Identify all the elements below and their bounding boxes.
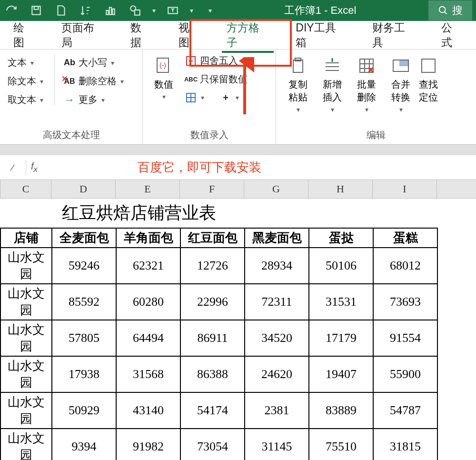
merge-convert-button[interactable]: 合并转换▾ (385, 52, 417, 116)
cell[interactable]: 24620 (245, 356, 309, 392)
tab-finance[interactable]: 财务工具 (359, 15, 428, 56)
cell[interactable]: 73693 (373, 284, 437, 320)
cell[interactable]: 62321 (116, 248, 180, 284)
cell[interactable]: 山水文园 (0, 392, 52, 429)
ribbon-group-numeric: (-) 数值 ▾ 四舍五入 ABC 只保留数值 ▾ + (143, 50, 276, 144)
col-header[interactable]: C (0, 180, 51, 198)
keep-values-button[interactable]: ABC 只保留数值 (183, 72, 249, 87)
cell[interactable]: 山水文园 (0, 320, 52, 356)
data-table: 店铺 全麦面包 羊角面包 红豆面包 黑麦面包 蛋挞 蛋糕 山水文园5924662… (0, 228, 438, 460)
table-header[interactable]: 蛋糕 (373, 228, 437, 248)
group-label-numeric: 数值录入 (149, 127, 270, 143)
find-locate-button[interactable]: 查找定位 (419, 52, 438, 116)
cell[interactable]: 17938 (52, 356, 116, 392)
table-header[interactable]: 红豆面包 (180, 228, 245, 248)
tab-diy[interactable]: DIY工具箱 (282, 15, 358, 56)
cell[interactable]: 72311 (245, 284, 309, 320)
col-header[interactable]: I (373, 180, 437, 198)
cell[interactable]: 34520 (245, 320, 309, 356)
table-row: 山水文园179383156886388246201940755900 (0, 356, 437, 392)
abc-icon: ABC (185, 73, 197, 86)
table-header[interactable]: 黑麦面包 (245, 228, 309, 248)
text-item-3[interactable]: 取文本▾ (6, 92, 48, 107)
ribbon-tabs: 绘图 页面布局 数据 视图 方方格子 DIY工具箱 财务工具 公式 (0, 21, 476, 50)
cell[interactable]: 31568 (116, 356, 180, 392)
col-header[interactable]: H (308, 180, 373, 198)
table-row: 山水文园50929431405417423818388954787 (0, 392, 437, 429)
cell[interactable]: 55900 (373, 356, 437, 392)
cell[interactable]: 86388 (180, 356, 245, 392)
table-header[interactable]: 店铺 (0, 228, 52, 248)
cell[interactable]: 50929 (52, 392, 116, 429)
cell[interactable]: 68012 (373, 248, 437, 284)
cell[interactable]: 54174 (180, 392, 245, 429)
cell[interactable]: 59246 (52, 248, 116, 284)
cell[interactable]: 19407 (309, 356, 373, 392)
cell[interactable]: 山水文园 (0, 284, 52, 320)
svg-rect-18 (422, 59, 435, 72)
cell[interactable]: 85592 (52, 284, 116, 320)
tab-page-layout[interactable]: 页面布局 (48, 15, 118, 56)
cell[interactable]: 43140 (116, 392, 180, 429)
cell[interactable]: 山水文园 (0, 356, 52, 392)
svg-rect-2 (106, 10, 108, 15)
tab-formula[interactable]: 公式 (428, 15, 476, 56)
worksheet: C D E F G H I 红豆烘焙店铺营业表 店铺 全麦面包 羊角面包 红豆面… (0, 180, 476, 460)
cell[interactable]: 9394 (52, 429, 116, 460)
cell[interactable]: 31531 (309, 284, 373, 320)
tab-data[interactable]: 数据 (117, 15, 165, 56)
cell[interactable]: 22996 (180, 284, 245, 320)
numeric-button[interactable]: (-) 数值 ▾ (149, 52, 179, 105)
remove-spaces-button[interactable]: ✕AB 删除空格▾ (61, 74, 126, 89)
text-item-2[interactable]: 除文本▾ (6, 74, 48, 89)
cell[interactable]: 75510 (309, 429, 373, 460)
cell[interactable]: 28934 (245, 248, 309, 284)
sheet-title[interactable]: 红豆烘焙店铺营业表 (0, 199, 476, 228)
cell[interactable]: 83889 (309, 392, 373, 429)
cell[interactable]: 54787 (373, 392, 437, 429)
dropdown-icon[interactable]: ▾ (152, 7, 156, 14)
cell[interactable]: 山水文园 (0, 248, 52, 284)
numeric-more[interactable]: ▾ + ▾ (183, 90, 249, 105)
fx-icon[interactable]: fx (31, 161, 38, 174)
copy-paste-button[interactable]: 复制粘贴▾ (282, 52, 314, 116)
cell[interactable]: 17179 (309, 320, 373, 356)
insert-button[interactable]: 新增插入▾ (316, 52, 348, 116)
batch-delete-button[interactable]: 批量删除▾ (350, 52, 383, 116)
arrow-right-icon: → (63, 94, 76, 106)
col-header[interactable]: G (244, 180, 308, 198)
cell[interactable]: 91554 (373, 320, 437, 356)
cell[interactable]: 64494 (116, 320, 180, 356)
cancel-icon[interactable] (4, 159, 21, 176)
round-button[interactable]: 四舍五入 (183, 53, 249, 68)
tab-fangfang[interactable]: 方方格子 (213, 15, 283, 56)
table-header[interactable]: 全麦面包 (52, 228, 116, 248)
tab-draw[interactable]: 绘图 (0, 15, 48, 56)
case-button[interactable]: Ab 大小写▾ (61, 55, 126, 70)
cell[interactable]: 12726 (180, 248, 245, 284)
formula-input[interactable] (47, 160, 472, 175)
table-header[interactable]: 蛋挞 (309, 228, 373, 248)
more-button[interactable]: → 更多▾ (61, 92, 126, 107)
col-header[interactable]: F (180, 180, 244, 198)
find-icon (419, 55, 438, 76)
dropdown-icon[interactable]: ▾ (190, 7, 193, 14)
formula-bar: fx (0, 155, 476, 180)
cell[interactable]: 73054 (180, 429, 245, 460)
cell[interactable]: 57805 (52, 320, 116, 356)
col-header[interactable]: D (51, 180, 116, 198)
cell[interactable]: 86911 (180, 320, 245, 356)
cell[interactable]: 91982 (116, 429, 180, 460)
table-header[interactable]: 羊角面包 (116, 228, 180, 248)
cell[interactable]: 50106 (309, 248, 373, 284)
text-item-1[interactable]: 文本▾ (6, 55, 48, 70)
plus-icon[interactable]: + (219, 91, 232, 104)
tab-view[interactable]: 视图 (165, 15, 213, 56)
cell[interactable]: 2381 (245, 392, 309, 429)
qat-customize-icon[interactable]: ▾ (208, 7, 212, 14)
cell[interactable]: 31815 (373, 429, 437, 460)
col-header[interactable]: E (116, 180, 180, 198)
cell[interactable]: 31145 (245, 429, 309, 460)
cell[interactable]: 山水文园 (0, 429, 52, 460)
cell[interactable]: 60280 (116, 284, 180, 320)
